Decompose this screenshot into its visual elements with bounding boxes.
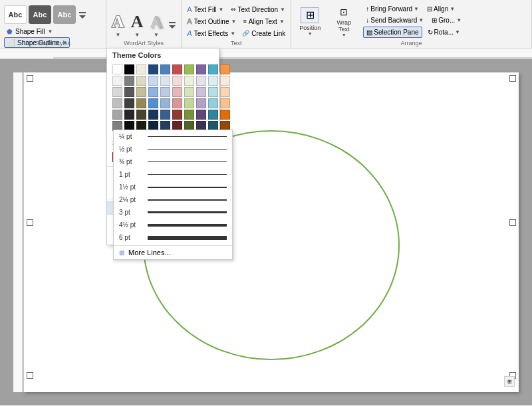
color-swatch-#938953[interactable] <box>136 98 146 108</box>
weight-line-4½ pt <box>148 224 227 227</box>
color-swatch-#b7dde8[interactable] <box>208 87 218 97</box>
color-swatch-#dbeef3[interactable] <box>208 76 218 86</box>
weight-item-¼ pt[interactable]: ¼ pt <box>114 130 232 143</box>
wordart-A-plain[interactable]: A ▼ <box>110 11 126 39</box>
wordart-more-btn[interactable] <box>168 21 177 29</box>
layout-options-btn[interactable]: ⊞ <box>504 376 515 387</box>
shape-fill-btn[interactable]: ⬟ Shape Fill ▼ <box>4 26 70 37</box>
color-swatch-#bfbfbf[interactable] <box>112 98 122 108</box>
wordart-A-solid[interactable]: A ▼ <box>130 11 145 39</box>
color-swatch-#ccc1d9[interactable] <box>196 87 206 97</box>
align-text-btn[interactable]: ≡ Align Text ▼ <box>241 16 285 27</box>
text-group-label: Text <box>182 40 291 47</box>
document-page[interactable]: ⊞ <box>24 72 519 392</box>
group-btn[interactable]: ⊞ Gro... ▼ <box>429 15 464 25</box>
color-swatch-#95b3d7[interactable] <box>160 98 170 108</box>
color-swatch-#c4bd97[interactable] <box>136 87 146 97</box>
weight-line-3 pt <box>148 211 227 213</box>
shape-styles-more-btn[interactable] <box>78 11 87 19</box>
shape-style-btn-1[interactable]: Abc <box>4 5 27 24</box>
weight-item-¾ pt[interactable]: ¾ pt <box>114 155 232 168</box>
color-swatch-#d99694[interactable] <box>172 98 182 108</box>
color-swatch-#c3d69b[interactable] <box>184 98 194 108</box>
color-swatch-#fdeada[interactable] <box>220 76 230 86</box>
weight-item-1½ pt[interactable]: 1½ pt <box>114 181 232 193</box>
weight-item-2¼ pt[interactable]: 2¼ pt <box>114 193 232 206</box>
text-group: A Text Fill ▼ ⇔ Text Direction ▼ A Text … <box>182 0 291 48</box>
color-swatch-#eeece1[interactable] <box>136 64 146 74</box>
color-swatch-#f2dcdb[interactable] <box>172 76 182 86</box>
color-swatch-#ffffff[interactable] <box>112 64 122 74</box>
rotate-btn[interactable]: ↻ Rota... ▼ <box>425 27 463 38</box>
wordart-arrow-3: ▼ <box>154 32 159 38</box>
shape-style-btn-3[interactable]: Abc <box>53 5 76 24</box>
wrap-text-btn[interactable]: ⊡ Wrap Text ▼ <box>327 4 360 39</box>
shape-style-btn-2[interactable]: Abc <box>29 5 51 24</box>
weight-item-4½ pt[interactable]: 4½ pt <box>114 219 232 231</box>
color-swatch-#fac08f[interactable] <box>220 98 230 108</box>
color-swatch-#548dd4[interactable] <box>148 98 158 108</box>
color-swatch-#953734[interactable] <box>172 110 182 120</box>
color-swatch-#b8cce4[interactable] <box>160 87 170 97</box>
color-swatch-#d8d8d8[interactable] <box>112 87 122 97</box>
color-swatch-#f79646[interactable] <box>220 64 230 74</box>
weight-item-1 pt[interactable]: 1 pt <box>114 168 232 181</box>
color-swatch-#fbd5b5[interactable] <box>220 87 230 97</box>
send-backward-btn[interactable]: ↓ Send Backward ▼ <box>363 15 426 25</box>
text-fill-btn[interactable]: A Text Fill ▼ <box>186 4 225 15</box>
color-swatch-#31849b[interactable] <box>208 110 218 120</box>
text-effects-btn[interactable]: A Text Effects ▼ <box>186 28 237 39</box>
color-swatch-#7f7f7f[interactable] <box>124 76 134 86</box>
color-swatch-#4f81bd[interactable] <box>160 64 170 74</box>
color-swatch-#000000[interactable] <box>124 64 134 74</box>
more-lines-item[interactable]: ⊞More Lines... <box>114 245 232 259</box>
handle-ml[interactable] <box>27 219 33 226</box>
color-swatch-#c6d9f0[interactable] <box>148 76 158 86</box>
color-swatch-#262626[interactable] <box>124 110 134 120</box>
selection-pane-btn[interactable]: ▤ Selection Pane <box>363 27 422 38</box>
handle-bl[interactable] <box>27 372 33 379</box>
color-swatch-#76923c[interactable] <box>184 110 194 120</box>
arrange-group-label: Arrange <box>291 40 531 47</box>
color-swatch-#4bacc6[interactable] <box>208 64 218 74</box>
color-swatch-#8064a2[interactable] <box>196 64 206 74</box>
color-swatch-#ddd9c3[interactable] <box>136 76 146 86</box>
ruler: // This will not run inline like this, w… <box>0 49 532 59</box>
color-swatch-#ebf1dd[interactable] <box>184 76 194 86</box>
color-swatch-#d7e3bc[interactable] <box>184 87 194 97</box>
bring-forward-btn[interactable]: ↑ Bring Forward ▼ <box>363 4 422 14</box>
color-swatch-#1f497d[interactable] <box>148 64 158 74</box>
color-swatch-#92cddc[interactable] <box>208 98 218 108</box>
wordart-A-shadow[interactable]: A ▼ <box>149 11 164 39</box>
color-swatch-#595959[interactable] <box>124 87 134 97</box>
handle-tl[interactable] <box>27 75 33 82</box>
weight-item-3 pt[interactable]: 3 pt <box>114 206 232 219</box>
weight-item-½ pt[interactable]: ½ pt <box>114 143 232 155</box>
color-swatch-#c0504d[interactable] <box>172 64 182 74</box>
shape-styles-group: Abc Abc Abc ⬟ Shape Fill ▼ ⬜ <box>0 0 106 48</box>
text-outline-btn[interactable]: A Text Outline ▼ <box>186 16 237 27</box>
handle-mr[interactable] <box>509 219 516 226</box>
weight-item-6 pt[interactable]: 6 pt <box>114 231 232 244</box>
color-swatch-#f2f2f2[interactable] <box>112 76 122 86</box>
color-swatch-#9bbb59[interactable] <box>184 64 194 74</box>
ribbon-row: Abc Abc Abc ⬟ Shape Fill ▼ ⬜ <box>0 0 532 48</box>
color-swatch-#b2a2c7[interactable] <box>196 98 206 108</box>
color-swatch-#dbe5f1[interactable] <box>160 76 170 86</box>
color-swatch-#404040[interactable] <box>124 98 134 108</box>
position-btn[interactable]: ⊞ Position ▼ <box>295 4 325 39</box>
color-swatch-#5f497a[interactable] <box>196 110 206 120</box>
color-swatch-#17375e[interactable] <box>148 110 158 120</box>
wordart-arrow-1: ▼ <box>115 32 120 38</box>
align-btn[interactable]: ⊟ Align ▼ <box>424 4 458 14</box>
text-direction-btn[interactable]: ⇔ Text Direction ▼ <box>229 4 287 15</box>
color-swatch-#494429[interactable] <box>136 110 146 120</box>
color-swatch-#a5a5a5[interactable] <box>112 110 122 120</box>
color-swatch-#e5e0ec[interactable] <box>196 76 206 86</box>
color-swatch-#e36c09[interactable] <box>220 110 230 120</box>
color-swatch-#e6b8b7[interactable] <box>172 87 182 97</box>
create-link-btn[interactable]: 🔗 Create Link <box>241 28 287 39</box>
color-swatch-#366092[interactable] <box>160 110 170 120</box>
color-swatch-#8db3e2[interactable] <box>148 87 158 97</box>
handle-tr[interactable] <box>509 75 516 82</box>
